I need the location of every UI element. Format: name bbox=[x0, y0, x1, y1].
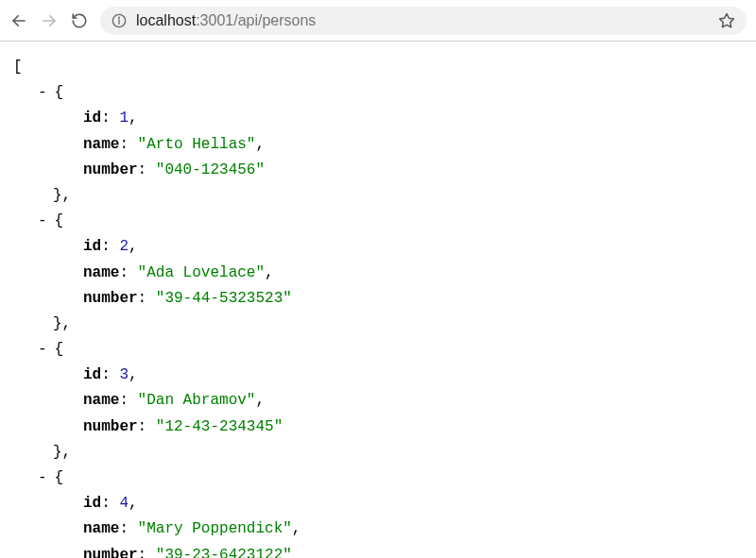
json-key: id bbox=[83, 238, 101, 255]
object-open[interactable]: -{ bbox=[13, 80, 743, 106]
json-key: name bbox=[83, 392, 119, 409]
forward-button[interactable] bbox=[40, 11, 59, 30]
json-property: id: 4, bbox=[13, 491, 743, 516]
collapse-toggle-icon[interactable]: - bbox=[38, 209, 47, 234]
brace-close: } bbox=[53, 315, 62, 332]
json-number-value: 2 bbox=[119, 238, 129, 255]
brace-close: } bbox=[53, 444, 62, 461]
json-property: name: "Dan Abramov", bbox=[13, 388, 743, 414]
json-property: id: 3, bbox=[13, 363, 743, 388]
json-property: id: 2, bbox=[13, 234, 743, 260]
json-string-value: "Arto Hellas" bbox=[138, 136, 256, 153]
json-key: number bbox=[83, 161, 138, 178]
brace-open: { bbox=[55, 80, 64, 106]
url-text: localhost:3001/api/persons bbox=[136, 12, 316, 29]
svg-point-4 bbox=[119, 17, 120, 18]
brace-close: } bbox=[53, 187, 62, 204]
brace-open: { bbox=[55, 209, 64, 234]
back-button[interactable] bbox=[9, 11, 28, 30]
url-path: :3001/api/persons bbox=[196, 12, 316, 29]
json-key: id bbox=[83, 110, 101, 127]
json-number-value: 1 bbox=[119, 110, 129, 127]
object-open[interactable]: -{ bbox=[13, 465, 743, 491]
collapse-toggle-icon[interactable]: - bbox=[38, 80, 47, 106]
info-icon[interactable] bbox=[112, 13, 127, 28]
json-string-value: "12-43-234345" bbox=[156, 418, 283, 435]
json-property: number: "39-44-5323523" bbox=[13, 286, 743, 312]
json-string-value: "Ada Lovelace" bbox=[138, 264, 265, 281]
json-property: name: "Arto Hellas", bbox=[13, 132, 743, 158]
json-property: number: "040-123456" bbox=[13, 158, 743, 183]
json-key: number bbox=[83, 418, 138, 435]
object-close: }, bbox=[13, 440, 743, 465]
json-property: number: "39-23-6423122" bbox=[13, 543, 743, 558]
svg-marker-5 bbox=[720, 13, 734, 26]
json-key: name bbox=[83, 520, 119, 537]
object-close: }, bbox=[13, 183, 743, 209]
array-open-bracket: [ bbox=[13, 55, 743, 80]
json-number-value: 3 bbox=[119, 366, 129, 383]
object-close: }, bbox=[13, 312, 743, 337]
json-property: name: "Ada Lovelace", bbox=[13, 261, 743, 286]
bookmark-star-icon[interactable] bbox=[718, 12, 735, 29]
browser-toolbar: localhost:3001/api/persons bbox=[0, 0, 756, 42]
json-property: id: 1, bbox=[13, 106, 743, 131]
json-property: name: "Mary Poppendick", bbox=[13, 516, 743, 542]
json-key: name bbox=[83, 264, 119, 281]
brace-open: { bbox=[55, 465, 64, 491]
json-property: number: "12-43-234345" bbox=[13, 414, 743, 440]
address-bar[interactable]: localhost:3001/api/persons bbox=[100, 7, 747, 35]
json-string-value: "040-123456" bbox=[156, 161, 265, 178]
json-key: number bbox=[83, 290, 138, 307]
json-string-value: "Dan Abramov" bbox=[138, 392, 256, 409]
json-string-value: "39-44-5323523" bbox=[156, 290, 292, 307]
collapse-toggle-icon[interactable]: - bbox=[38, 337, 47, 363]
json-key: number bbox=[83, 547, 138, 558]
collapse-toggle-icon[interactable]: - bbox=[38, 465, 47, 491]
json-viewer: [ -{id: 1,name: "Arto Hellas",number: "0… bbox=[0, 42, 756, 558]
json-number-value: 4 bbox=[119, 495, 129, 512]
object-open[interactable]: -{ bbox=[13, 209, 743, 234]
json-key: id bbox=[83, 366, 101, 383]
json-string-value: "39-23-6423122" bbox=[156, 547, 292, 558]
brace-open: { bbox=[55, 337, 64, 363]
url-host: localhost bbox=[136, 12, 196, 29]
json-string-value: "Mary Poppendick" bbox=[138, 520, 292, 537]
object-open[interactable]: -{ bbox=[13, 337, 743, 363]
reload-button[interactable] bbox=[70, 11, 89, 30]
json-key: id bbox=[83, 495, 101, 512]
json-key: name bbox=[83, 136, 119, 153]
